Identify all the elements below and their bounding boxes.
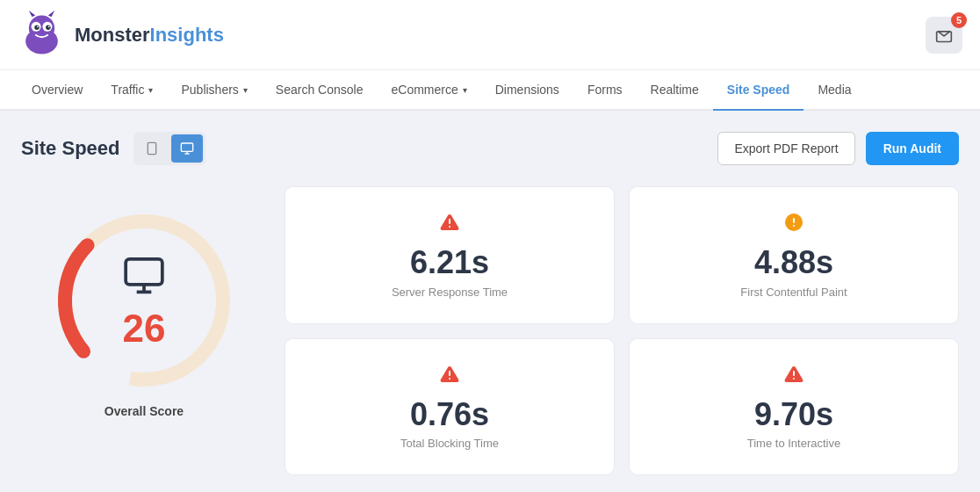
metrics-grid: 6.21s Server Response Time 4.88s First C… xyxy=(285,186,959,475)
monitor-icon xyxy=(122,254,166,306)
gauge-center: 26 xyxy=(122,254,166,348)
nav-item-ecommerce[interactable]: eCommerce ▾ xyxy=(377,70,480,111)
metric-card-fcp: 4.88s First Contentful Paint xyxy=(629,186,959,324)
gauge-container: 26 Overall Score xyxy=(21,186,267,436)
svg-point-4 xyxy=(34,25,40,31)
svg-point-5 xyxy=(46,25,51,31)
warning-icon-server xyxy=(439,212,460,238)
main-content: Site Speed Export PDF Rep xyxy=(0,111,980,492)
page-header: Site Speed Export PDF Rep xyxy=(21,132,959,165)
tbt-value: 0.76s xyxy=(410,397,489,432)
svg-marker-9 xyxy=(48,11,54,17)
server-response-value: 6.21s xyxy=(410,245,489,280)
nav-item-traffic[interactable]: Traffic ▾ xyxy=(97,70,167,111)
run-audit-button[interactable]: Run Audit xyxy=(866,132,959,165)
header: MonsterInsights 5 xyxy=(0,0,980,70)
nav-item-search-console[interactable]: Search Console xyxy=(262,70,378,111)
server-response-label: Server Response Time xyxy=(392,286,508,299)
nav-arrow: ▾ xyxy=(148,85,153,95)
main-nav: Overview Traffic ▾ Publishers ▾ Search C… xyxy=(0,70,980,111)
page-title: Site Speed xyxy=(21,137,119,160)
page-title-area: Site Speed xyxy=(21,132,205,165)
logo-text: MonsterInsights xyxy=(75,24,224,47)
logo-icon xyxy=(18,11,66,59)
warning-icon-tbt xyxy=(439,364,460,390)
metric-card-tbt: 0.76s Total Blocking Time xyxy=(285,338,615,476)
nav-item-realtime[interactable]: Realtime xyxy=(637,70,713,111)
export-pdf-button[interactable]: Export PDF Report xyxy=(717,132,854,165)
gauge-wrapper: 26 xyxy=(47,204,241,397)
notification-area: 5 xyxy=(926,17,962,54)
logo-area: MonsterInsights xyxy=(18,11,224,59)
nav-item-site-speed[interactable]: Site Speed xyxy=(713,70,804,111)
overall-score: 26 xyxy=(123,309,166,348)
metric-card-tti: 9.70s Time to Interactive xyxy=(629,338,959,476)
page-actions: Export PDF Report Run Audit xyxy=(717,132,959,165)
notification-badge: 5 xyxy=(951,12,967,28)
tti-value: 9.70s xyxy=(754,397,833,432)
nav-item-overview[interactable]: Overview xyxy=(18,70,97,111)
svg-point-7 xyxy=(48,25,50,27)
svg-marker-8 xyxy=(29,11,35,17)
nav-arrow: ▾ xyxy=(463,85,467,95)
device-toggle xyxy=(133,132,205,165)
desktop-device-button[interactable] xyxy=(171,134,203,163)
warning-icon-fcp xyxy=(783,212,804,238)
score-section: 26 Overall Score 6.21s Server Response T… xyxy=(21,186,959,475)
mobile-device-button[interactable] xyxy=(136,134,168,163)
nav-item-dimensions[interactable]: Dimensions xyxy=(481,70,573,111)
tbt-label: Total Blocking Time xyxy=(400,437,499,450)
fcp-label: First Contentful Paint xyxy=(740,286,847,299)
svg-rect-10 xyxy=(148,142,156,154)
nav-item-forms[interactable]: Forms xyxy=(573,70,637,111)
nav-item-publishers[interactable]: Publishers ▾ xyxy=(167,70,261,111)
metric-card-server-response: 6.21s Server Response Time xyxy=(285,186,615,324)
svg-point-6 xyxy=(37,25,39,27)
nav-item-media[interactable]: Media xyxy=(803,70,865,111)
svg-rect-17 xyxy=(126,259,162,285)
svg-rect-12 xyxy=(182,143,193,151)
nav-arrow: ▾ xyxy=(243,85,248,95)
warning-icon-tti xyxy=(783,364,804,390)
tti-label: Time to Interactive xyxy=(747,437,840,450)
fcp-value: 4.88s xyxy=(754,245,833,280)
